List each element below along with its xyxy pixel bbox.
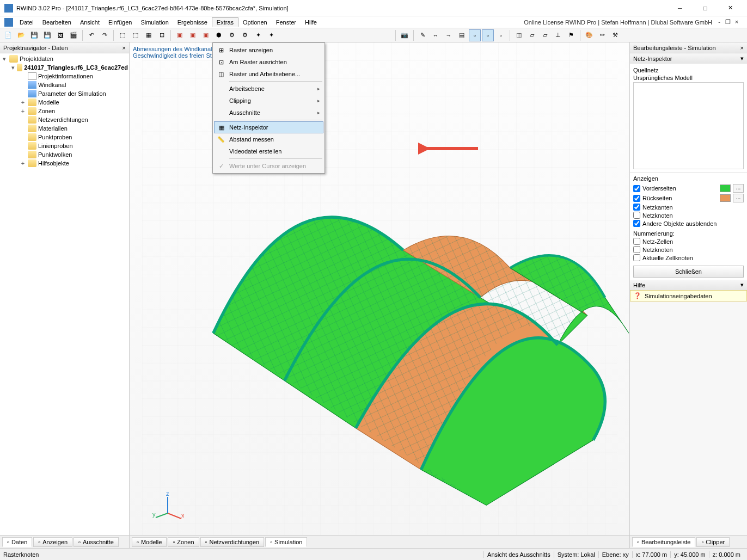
menu-item-arbeitsebene[interactable]: Arbeitsebene bbox=[214, 83, 323, 95]
menu-item-abstand-messen[interactable]: 📏Abstand messen bbox=[214, 133, 323, 145]
config-icon[interactable]: ⚒ bbox=[609, 29, 621, 41]
menu-bearbeiten[interactable]: Bearbeiten bbox=[38, 18, 76, 27]
menu-item-raster-und-arbeitsebene-[interactable]: ◫Raster und Arbeitsebene... bbox=[214, 68, 323, 80]
tool-icon[interactable]: ⬚ bbox=[117, 29, 128, 41]
gear-icon[interactable]: ⚙ bbox=[239, 29, 251, 41]
tree-item[interactable]: Punktproben bbox=[1, 133, 128, 141]
tree-item[interactable]: Punktwolken bbox=[1, 150, 128, 159]
tree-item[interactable]: Parameter der Simulation bbox=[1, 89, 128, 98]
menu-fenster[interactable]: Fenster bbox=[272, 18, 301, 27]
maximize-button[interactable]: □ bbox=[693, 0, 718, 16]
front-checkbox[interactable] bbox=[633, 185, 640, 192]
plane-icon[interactable]: ▱ bbox=[539, 29, 551, 41]
box-icon[interactable]: ▣ bbox=[174, 29, 186, 41]
undo-icon[interactable]: ↶ bbox=[85, 29, 97, 41]
menu-item-clipping[interactable]: Clipping bbox=[214, 95, 323, 107]
back-checkbox[interactable] bbox=[633, 195, 640, 202]
box-icon[interactable]: ▣ bbox=[200, 29, 212, 41]
tab-simulation[interactable]: ▫Simulation bbox=[265, 537, 307, 547]
print-icon[interactable]: 💾 bbox=[41, 29, 53, 41]
menu-item-am-raster-ausrichten[interactable]: ⊡Am Raster ausrichten bbox=[214, 56, 323, 68]
menu-ergebnisse[interactable]: Ergebnisse bbox=[173, 18, 212, 27]
tab-modelle[interactable]: ▫Modelle bbox=[132, 537, 167, 547]
view-icon[interactable]: ▫ bbox=[469, 29, 481, 41]
cube-icon[interactable]: ◫ bbox=[513, 29, 525, 41]
camera-icon[interactable]: 📷 bbox=[399, 29, 411, 41]
edges-checkbox[interactable] bbox=[633, 204, 640, 211]
nodes2-checkbox[interactable] bbox=[633, 246, 640, 253]
menu-datei[interactable]: Datei bbox=[15, 18, 38, 27]
tree-item[interactable]: Netzverdichtungen bbox=[1, 115, 128, 124]
tree-item[interactable]: +Modelle bbox=[1, 98, 128, 107]
menu-extras[interactable]: Extras bbox=[212, 17, 238, 27]
editbar-section[interactable]: Netz-Inspektor▾ bbox=[630, 53, 747, 64]
menu-einfügen[interactable]: Einfügen bbox=[104, 18, 136, 27]
menu-item-raster-anzeigen[interactable]: ⊞Raster anzeigen bbox=[214, 44, 323, 56]
tab-anzeigen[interactable]: ▫Anzeigen bbox=[33, 537, 72, 547]
tree-item[interactable]: +Hilfsobjekte bbox=[1, 159, 128, 168]
grid-icon[interactable]: ▦ bbox=[143, 29, 155, 41]
save-icon[interactable]: 💾 bbox=[28, 29, 40, 41]
snap-icon[interactable]: ⊡ bbox=[156, 29, 168, 41]
menu-ansicht[interactable]: Ansicht bbox=[76, 18, 104, 27]
tab-bearbeitungsleiste[interactable]: ▫Bearbeitungsleiste bbox=[632, 537, 695, 547]
video-icon[interactable]: 🎬 bbox=[68, 29, 79, 41]
tab-zonen[interactable]: ▫Zonen bbox=[168, 537, 199, 547]
axis-icon[interactable]: ⊥ bbox=[552, 29, 564, 41]
menu-hilfe[interactable]: Hilfe bbox=[301, 18, 321, 27]
box-icon[interactable]: ▣ bbox=[187, 29, 199, 41]
cellnodes-checkbox[interactable] bbox=[633, 254, 640, 261]
menu-item-netz-inspektor[interactable]: ▦Netz-Inspektor bbox=[214, 121, 323, 133]
cells-checkbox[interactable] bbox=[633, 238, 640, 245]
hide-checkbox[interactable] bbox=[633, 220, 640, 227]
magnet-icon[interactable]: ⬢ bbox=[213, 29, 225, 41]
menu-optionen[interactable]: Optionen bbox=[238, 18, 272, 27]
tab-clipper[interactable]: ▫Clipper bbox=[696, 537, 730, 547]
export-icon[interactable]: 🖼 bbox=[54, 29, 66, 41]
new-icon[interactable]: 📄 bbox=[2, 29, 14, 41]
brush-icon[interactable]: ✏ bbox=[596, 29, 608, 41]
tree-item[interactable]: Linienproben bbox=[1, 141, 128, 150]
menu-item-videodatei-erstellen[interactable]: Videodatei erstellen bbox=[214, 145, 323, 157]
tree-item[interactable]: Projektinformationen bbox=[1, 72, 128, 81]
tab-netzverdichtungen[interactable]: ▫Netzverdichtungen bbox=[200, 537, 265, 547]
front-color-button[interactable]: ... bbox=[733, 184, 744, 193]
tab-daten[interactable]: ▫Daten bbox=[2, 537, 32, 547]
3d-viewport[interactable]: Abmessungen des Windkanals: Geschwindigk… bbox=[130, 42, 629, 535]
tree-item[interactable]: Windkanal bbox=[1, 81, 128, 89]
axis-gizmo[interactable]: x y z bbox=[151, 491, 184, 524]
menu-item-ausschnitte[interactable]: Ausschnitte bbox=[214, 107, 323, 119]
back-color-button[interactable]: ... bbox=[733, 194, 744, 202]
tree-root[interactable]: ▾ Projektdaten bbox=[1, 54, 128, 63]
help-link[interactable]: ❓ Simulationseingabedaten bbox=[630, 290, 747, 301]
view-icon[interactable]: ▫ bbox=[482, 29, 494, 41]
project-tree[interactable]: ▾ Projektdaten ▾ 241017_Triangles.rf6_LC… bbox=[0, 53, 129, 535]
child-restore[interactable]: ❐ bbox=[724, 19, 732, 26]
close-button[interactable]: Schließen bbox=[633, 266, 744, 278]
plane-icon[interactable]: ▱ bbox=[526, 29, 538, 41]
panel-close-icon[interactable]: × bbox=[740, 45, 744, 51]
view-icon[interactable]: ▫ bbox=[495, 29, 507, 41]
menu-simulation[interactable]: Simulation bbox=[136, 18, 173, 27]
wand-icon[interactable]: ✎ bbox=[417, 29, 428, 41]
settings-icon[interactable]: ✦ bbox=[252, 29, 264, 41]
child-close[interactable]: × bbox=[733, 19, 740, 26]
panel-close-icon[interactable]: × bbox=[123, 45, 126, 51]
tree-project[interactable]: ▾ 241017_Triangles.rf6_LC3_6cac27ed bbox=[1, 63, 128, 72]
tree-item[interactable]: +Zonen bbox=[1, 107, 128, 115]
tab-ausschnitte[interactable]: ▫Ausschnitte bbox=[74, 537, 119, 547]
help-heading[interactable]: Hilfe▾ bbox=[630, 280, 747, 290]
arrow-icon[interactable]: ↔ bbox=[430, 29, 442, 41]
redo-icon[interactable]: ↷ bbox=[99, 29, 111, 41]
tool-icon[interactable]: ⬚ bbox=[130, 29, 142, 41]
layers-icon[interactable]: ▤ bbox=[456, 29, 468, 41]
color-icon[interactable]: 🎨 bbox=[583, 29, 595, 41]
tree-item[interactable]: Materialien bbox=[1, 124, 128, 133]
nodes-checkbox[interactable] bbox=[633, 212, 640, 219]
open-icon[interactable]: 📂 bbox=[15, 29, 27, 41]
mesh-info-textarea[interactable] bbox=[633, 82, 744, 169]
minimize-button[interactable]: ─ bbox=[668, 0, 693, 16]
child-minimize[interactable]: - bbox=[715, 19, 723, 26]
gear-icon[interactable]: ⚙ bbox=[226, 29, 238, 41]
settings-icon[interactable]: ✦ bbox=[265, 29, 277, 41]
